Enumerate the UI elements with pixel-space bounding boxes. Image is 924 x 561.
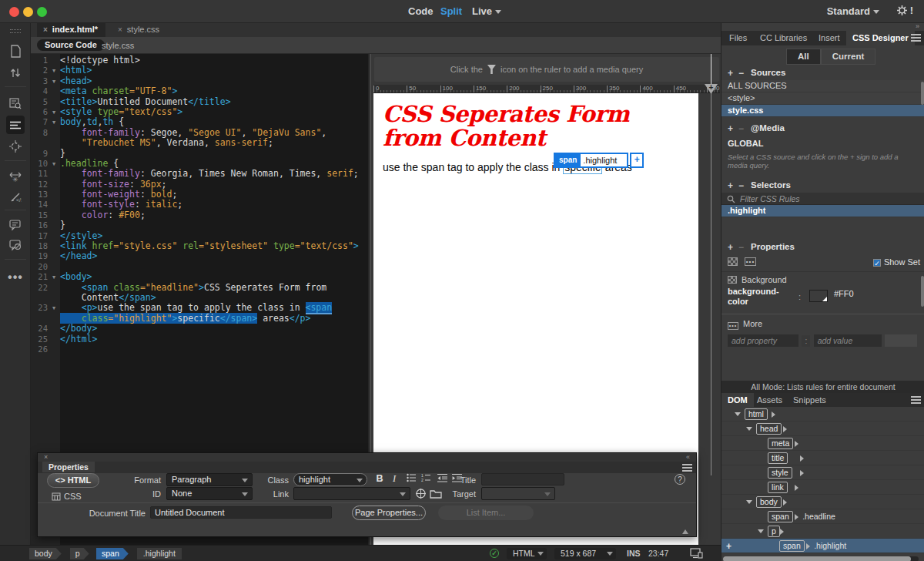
dom-tree-row[interactable]: link: [721, 480, 924, 495]
inspect-icon[interactable]: ✳: [6, 168, 25, 186]
add-selector-button[interactable]: +: [728, 180, 733, 191]
scrollbar-thumb[interactable]: [723, 556, 911, 561]
collapse-panel-icon[interactable]: «: [686, 453, 690, 461]
bold-button[interactable]: B: [374, 473, 385, 484]
code-line[interactable]: 5<title>Untitled Document</title>: [31, 97, 368, 107]
more-tools-icon[interactable]: •••: [6, 268, 25, 287]
code-line[interactable]: 8 font-family: Segoe, "Segoe UI", "DejaV…: [31, 128, 368, 138]
collapse-panel-icon[interactable]: »: [916, 22, 919, 30]
id-dropdown[interactable]: None: [166, 487, 253, 500]
code-line[interactable]: 6▼<style type="text/css">: [31, 107, 368, 117]
more-category-icon[interactable]: •••: [745, 257, 756, 266]
tab-assets[interactable]: Assets: [751, 393, 788, 407]
dom-tag-pill[interactable]: link: [768, 482, 788, 493]
point-to-file-icon[interactable]: [415, 488, 427, 499]
comment-icon[interactable]: [6, 216, 25, 234]
code-line[interactable]: 3▼<head>: [31, 76, 368, 86]
close-panel-icon[interactable]: ×: [44, 453, 48, 461]
inspector-menu-icon[interactable]: [682, 464, 692, 472]
settings-area[interactable]: !: [896, 5, 913, 16]
page-headline[interactable]: CSS Seperates Form from Content: [383, 102, 689, 150]
code-line[interactable]: 21▼<body>: [31, 272, 368, 282]
dom-tree-row[interactable]: p: [721, 524, 924, 539]
zoom-window-button[interactable]: [37, 7, 47, 17]
add-class-button[interactable]: +: [630, 153, 644, 168]
code-line[interactable]: 2▼<html>: [31, 66, 368, 76]
add-value-input[interactable]: add value: [814, 334, 882, 347]
fold-arrow-icon[interactable]: ▼: [48, 107, 60, 117]
code-line[interactable]: 26: [31, 344, 368, 354]
ruler[interactable]: 050100150200250300350400450500: [373, 85, 720, 93]
mode-current-button[interactable]: Current: [821, 49, 876, 65]
code-line[interactable]: 22 <span class="headline">CSS Seperates …: [31, 283, 368, 293]
comment-off-icon[interactable]: [6, 236, 25, 254]
code-line[interactable]: 10▼.headline {: [31, 159, 368, 169]
tab-style-css[interactable]: ×style.css: [112, 23, 167, 37]
selector-filter[interactable]: Filter CSS Rules: [721, 193, 924, 205]
fold-arrow-icon[interactable]: ▼: [48, 76, 60, 86]
minimize-window-button[interactable]: [23, 7, 33, 17]
remove-media-button[interactable]: −: [738, 123, 744, 134]
dom-tag-pill[interactable]: head: [756, 423, 782, 435]
close-window-button[interactable]: [9, 7, 19, 17]
add-property-input[interactable]: add property: [728, 334, 798, 347]
dom-tree-row[interactable]: style: [721, 465, 924, 480]
dom-tag-pill[interactable]: meta: [768, 438, 793, 449]
tab-index-html[interactable]: ×index.html*: [37, 23, 105, 37]
dom-horizontal-scrollbar[interactable]: [723, 556, 919, 561]
format-dropdown[interactable]: Paragraph: [166, 473, 253, 486]
tag-crumb-span[interactable]: span: [96, 548, 129, 559]
dom-tag-pill[interactable]: title: [768, 452, 788, 464]
view-mode-split[interactable]: Split: [440, 5, 462, 17]
panel-menu-icon[interactable]: [911, 34, 921, 42]
show-set-toggle[interactable]: ✓Show Set: [873, 257, 920, 267]
dom-tree-row[interactable]: +span.highlight: [721, 539, 924, 553]
code-line[interactable]: class="highlight">specific</span> areas<…: [31, 314, 368, 324]
document-title-input[interactable]: Untitled Document: [150, 506, 332, 519]
element-tag-chip[interactable]: span: [555, 154, 581, 166]
view-mode-code[interactable]: Code: [408, 5, 434, 17]
html-mode-button[interactable]: <> HTML: [47, 473, 99, 488]
code-line[interactable]: 19</head>: [31, 251, 368, 261]
format-menu-icon[interactable]: [6, 116, 25, 134]
background-category-icon[interactable]: [728, 257, 738, 266]
tab-files[interactable]: Files: [723, 31, 753, 45]
code-line[interactable]: 18<link href="style.css" rel="stylesheet…: [31, 241, 368, 251]
tab-cc-libraries[interactable]: CC Libraries: [754, 31, 813, 45]
doc-type-dropdown[interactable]: HTML: [507, 548, 547, 559]
preview-devices-icon[interactable]: [690, 548, 703, 559]
add-element-icon[interactable]: +: [726, 541, 732, 552]
tag-crumb-body[interactable]: body: [29, 548, 62, 559]
code-line[interactable]: 12 font-size: 36px;: [31, 180, 368, 190]
unordered-list-icon[interactable]: [407, 473, 417, 482]
code-line[interactable]: 1<!doctype html>: [31, 55, 368, 66]
css-mode-button[interactable]: CSS: [52, 492, 82, 501]
validation-check-icon[interactable]: ✓: [490, 549, 499, 558]
fold-arrow-icon[interactable]: ▼: [48, 66, 60, 76]
code-line[interactable]: 4<meta charset="UTF-8">: [31, 86, 368, 96]
properties-tab[interactable]: Properties: [42, 462, 95, 472]
resize-handle[interactable]: [682, 529, 688, 534]
help-icon[interactable]: ?: [675, 474, 685, 485]
color-value[interactable]: #FF0: [834, 289, 854, 298]
tab-css-designer[interactable]: CSS Designer: [846, 31, 915, 45]
selector-item[interactable]: .highlight: [721, 205, 924, 217]
code-line[interactable]: 14 font-style: italic;: [31, 200, 368, 210]
value-type-stub[interactable]: [885, 334, 917, 347]
dom-tree-row[interactable]: title: [721, 451, 924, 465]
code-line[interactable]: 7▼body,td,th {: [31, 117, 368, 127]
target-icon[interactable]: [6, 137, 25, 156]
page-properties-button[interactable]: Page Properties...: [352, 506, 426, 520]
dom-tag-pill[interactable]: body: [756, 496, 782, 508]
code-line[interactable]: 16}: [31, 220, 368, 230]
tab-insert[interactable]: Insert: [812, 31, 846, 45]
code-line[interactable]: 15 color: #F00;: [31, 210, 368, 220]
dom-menu-icon[interactable]: [911, 396, 921, 404]
expand-chevron-icon[interactable]: [758, 529, 764, 533]
dom-tree-row[interactable]: html: [721, 407, 924, 422]
dom-tag-pill[interactable]: html: [745, 408, 768, 420]
code-line[interactable]: 17</style>: [31, 231, 368, 241]
class-dropdown[interactable]: highlight: [293, 473, 367, 486]
dom-tree-row[interactable]: head: [721, 422, 924, 436]
media-global-row[interactable]: GLOBAL: [721, 136, 924, 149]
